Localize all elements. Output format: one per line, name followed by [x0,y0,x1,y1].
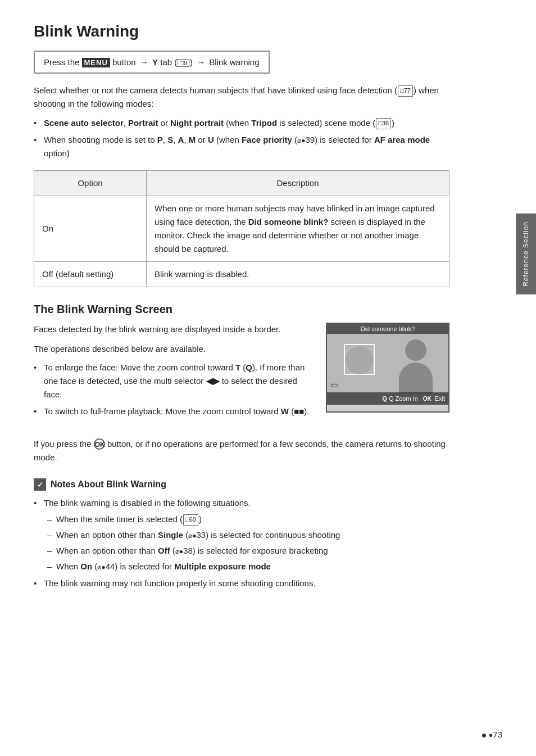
dot1 [482,734,486,737]
blink-warning-link: Blink warning [209,57,259,67]
sub-bullet-1: When the smile timer is selected (□60) [44,513,449,526]
description-off: Blink warning is disabled. [147,262,449,287]
silhouette [399,339,433,393]
face-circle [346,346,374,374]
page-title: Blink Warning [34,22,449,40]
main-content: Blink Warning Press the MENU button → Y … [0,0,483,628]
blink-bullet-2: To switch to full-frame playback: Move t… [34,405,312,418]
zoom-in-label: Q Q Zoom In [382,395,418,402]
silhouette-head [405,339,426,361]
table-row-off: Off (default setting) Blink warning is d… [34,262,449,287]
reference-sidebar-label: Reference Section [522,221,530,287]
camera-preview-header: Did someone blink? [327,324,448,334]
camera-preview-footer: Q Q Zoom In OK Exit [327,392,448,405]
ok-button-para: If you press the OK button, or if no ope… [34,437,449,465]
description-on: When one or more human subjects may have… [147,196,449,262]
silhouette-body [399,363,433,393]
blink-bullet-1: To enlarge the face: Move the zoom contr… [34,361,312,401]
table-row-on: On When one or more human subjects may h… [34,196,449,262]
intro-bullet-2: When shooting mode is set to P, S, A, M … [34,133,449,160]
camera-preview-box: Did someone blink? ▭ [326,323,449,413]
notes-heading: Notes About Blink Warning [51,479,166,490]
option-off: Off (default setting) [34,262,147,287]
menu-keyword: MENU [82,58,110,67]
sub-bullet-4: When On (⌀●44) is selected for Multiple … [44,560,449,573]
intro-bullets: Scene auto selector, Portrait or Night p… [34,116,449,160]
col-option-header: Option [34,171,147,196]
blink-faces-para: Faces detected by the blink warning are … [34,323,312,337]
notes-bullet-2: The blink warning may not function prope… [34,577,449,591]
blink-bullets: To enlarge the face: Move the zoom contr… [34,361,312,418]
sub-bullet-2: When an option other than Single (⌀●33) … [44,528,449,542]
blink-screen-heading: The Blink Warning Screen [34,303,449,316]
ok-exit-label: OK [421,395,434,402]
option-on: On [34,196,147,262]
camera-preview: Did someone blink? ▭ [326,323,449,428]
intro-text: Select whether or not the camera detects… [34,84,449,111]
intro-bullet-1: Scene auto selector, Portrait or Night p… [34,116,449,130]
page-number: ●73 [482,730,502,739]
notes-bullet-1: The blink warning is disabled in the fol… [34,496,449,573]
playback-icon: ▭ [330,379,339,390]
notes-icon: ✓ [34,478,46,491]
notes-header: ✓ Notes About Blink Warning [34,478,449,491]
notes-section: ✓ Notes About Blink Warning The blink wa… [34,478,449,591]
ok-icon: OK [94,438,105,450]
notes-bullet-2-text: The blink warning may not function prope… [44,578,316,588]
notes-bullets: The blink warning is disabled in the fol… [34,496,449,591]
options-table: Option Description On When one or more h… [34,170,449,287]
face-detect-box [344,344,375,375]
notes-bullet-1-text: The blink warning is disabled in the fol… [44,498,251,508]
blink-screen-container: Faces detected by the blink warning are … [34,323,449,428]
reference-sidebar: Reference Section [516,214,536,295]
blink-screen-text: Faces detected by the blink warning are … [34,323,312,428]
tab-label: Y [152,57,158,67]
exit-label: Exit [435,395,445,402]
col-description-header: Description [147,171,449,196]
menu-instruction-box: Press the MENU button → Y tab (□9) → Bli… [34,51,270,74]
tab-ref: □9 [178,59,189,67]
notes-sub-bullets: When the smile timer is selected (□60) W… [44,513,449,573]
blink-operations-para: The operations described below are avail… [34,342,312,356]
camera-preview-body: ▭ Q Q Zoom In OK Exit [327,334,448,405]
sub-bullet-3: When an option other than Off (⌀●38) is … [44,544,449,558]
page-number-symbol: ●73 [482,730,502,739]
